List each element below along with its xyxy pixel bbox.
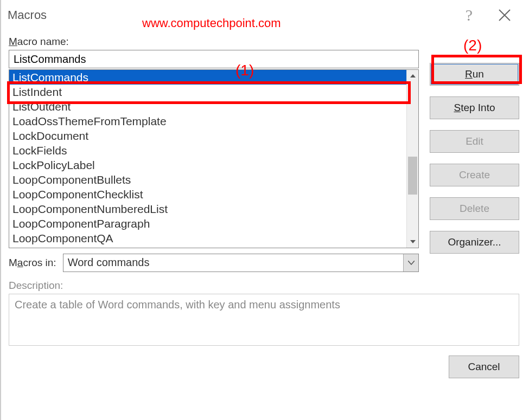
list-item[interactable]: LockFields (9, 143, 406, 158)
description-box: Create a table of Word commands, with ke… (9, 294, 519, 346)
close-icon[interactable] (498, 8, 512, 22)
chevron-down-icon[interactable] (403, 254, 418, 272)
scroll-up-icon[interactable] (407, 70, 418, 82)
step-into-button[interactable]: Step Into (430, 96, 519, 119)
description-text: Create a table of Word commands, with ke… (15, 299, 340, 311)
list-item[interactable]: LockDocument (9, 128, 406, 143)
list-item[interactable]: LoopComponentBullets (9, 172, 406, 187)
dialog-title: Macros (8, 8, 47, 22)
scroll-down-icon[interactable] (407, 236, 418, 248)
macro-name-input[interactable] (9, 50, 419, 68)
list-item[interactable]: LoopComponentChecklist (9, 187, 406, 202)
description-label: Description: (9, 280, 519, 292)
list-item[interactable]: LoadOssThemeFromTemplate (9, 114, 406, 128)
run-button[interactable]: Run (430, 63, 519, 86)
organizer-button[interactable]: Organizer... (430, 231, 519, 254)
list-item[interactable]: LockPolicyLabel (9, 158, 406, 172)
macros-in-select[interactable]: Word commands (63, 254, 419, 272)
macros-in-label: Macros in: (9, 257, 56, 269)
watermark-text: www.computechpoint.com (142, 16, 281, 30)
macro-listbox[interactable]: ListCommandsListIndentListOutdentLoadOss… (9, 69, 419, 248)
edit-button: Edit (430, 130, 519, 153)
list-item[interactable]: ListCommands (9, 70, 406, 85)
run-button-rest: un (473, 68, 484, 80)
delete-button: Delete (430, 197, 519, 220)
scroll-thumb[interactable] (408, 157, 417, 195)
list-item[interactable]: ListIndent (9, 85, 406, 99)
macros-in-value: Word commands (63, 254, 403, 272)
list-item[interactable]: LoopComponentNumberedList (9, 202, 406, 216)
macros-dialog: Macros ? www.computechpoint.com Macro na… (0, 0, 529, 420)
help-icon[interactable]: ? (466, 6, 473, 24)
macro-name-label: Macro name: (9, 36, 419, 48)
list-item[interactable]: LoopComponentParagraph (9, 216, 406, 231)
list-item[interactable]: LoopComponentQA (9, 231, 406, 245)
list-item[interactable]: ListOutdent (9, 99, 406, 114)
create-button: Create (430, 164, 519, 186)
scrollbar[interactable] (406, 70, 418, 248)
cancel-button[interactable]: Cancel (449, 356, 519, 378)
